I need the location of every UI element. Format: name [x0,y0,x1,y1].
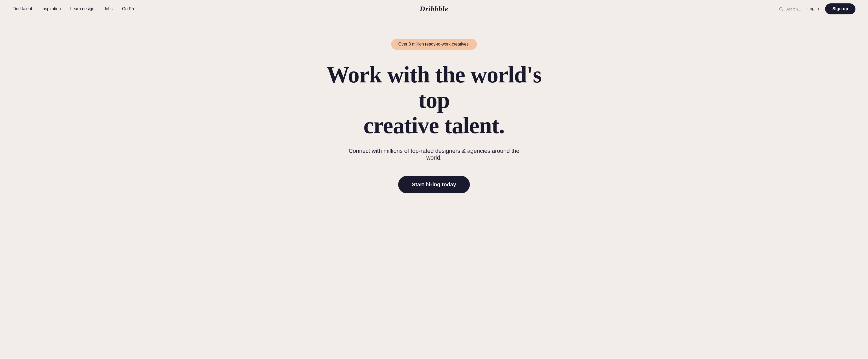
nav-left: Find talent Inspiration Learn design Job… [12,6,135,11]
search-container[interactable]: Search... [779,6,801,11]
hero-title: Work with the world's top creative talen… [316,62,552,138]
hero-title-line1: Work with the world's top [327,62,541,113]
hero-title-line2: creative talent. [364,113,504,138]
search-icon [779,6,783,11]
site-logo[interactable]: Dribbble [420,5,448,13]
signup-button[interactable]: Sign up [825,3,856,14]
jobs-link[interactable]: Jobs [104,6,113,11]
hero-badge: Over 3 million ready-to-work creatives! [391,39,477,50]
logo-container: Dribbble [420,5,448,13]
svg-line-1 [782,10,783,11]
learn-design-link[interactable]: Learn design [70,6,95,11]
login-button[interactable]: Log in [807,6,819,11]
hero-section: Over 3 million ready-to-work creatives! … [0,18,868,225]
nav-right: Search... Log in Sign up [779,3,856,14]
inspiration-link[interactable]: Inspiration [41,6,61,11]
svg-point-0 [779,7,782,10]
hero-subtitle: Connect with millions of top-rated desig… [342,148,526,161]
find-talent-link[interactable]: Find talent [12,6,32,11]
search-placeholder-text: Search... [785,7,801,11]
go-pro-link[interactable]: Go Pro [122,6,135,11]
main-nav: Find talent Inspiration Learn design Job… [0,0,868,18]
start-hiring-button[interactable]: Start hiring today [398,176,470,193]
